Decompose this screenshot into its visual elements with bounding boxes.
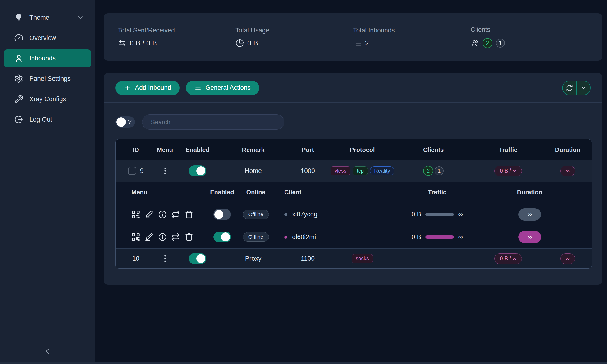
col-header-enabled: Enabled [174,139,221,160]
refresh-dropdown-button[interactable] [576,81,590,95]
stat-value: 0 B [247,39,258,47]
lightbulb-icon [14,13,23,22]
toggle-knob [196,254,205,263]
inbound-port: 1000 [285,160,330,182]
stat-label: Total Inbounds [353,27,471,34]
sidebar-item-overview[interactable]: Overview [4,29,91,47]
stat-total-sent-received: Total Sent/Received 0 B / 0 B [118,27,236,47]
sidebar: Theme Overview Inbounds Panel Settings X… [0,0,95,364]
sidebar-item-xray-configs[interactable]: Xray Configs [4,90,91,108]
stat-clients: Clients 2 1 [471,26,588,48]
inbound-port: 1100 [285,248,330,269]
client-enabled-toggle[interactable] [213,209,231,220]
search-input[interactable] [142,115,284,130]
sidebar-item-label: Inbounds [29,55,56,62]
client-name: ol60i2mi [292,234,316,241]
row-menu-button[interactable] [160,253,170,264]
sidebar-item-label: Log Out [29,116,52,123]
col-header-menu: Menu [156,139,174,160]
general-actions-button[interactable]: General Actions [186,80,259,95]
online-status-badge: Offline [243,210,269,219]
client-row-ol60i2mi: Offline ol60i2mi 0 B ∞ ∞ [129,226,592,248]
gauge-icon [14,33,23,42]
add-inbound-label: Add Inbound [135,84,171,91]
sidebar-item-label: Theme [29,14,49,21]
traffic-progress-bar [425,213,454,216]
edit-icon[interactable] [145,233,154,242]
sidebar-collapse-button[interactable] [40,344,54,358]
protocol-tag: Reality [370,166,394,175]
collapse-row-button[interactable] [128,167,136,175]
delete-icon[interactable] [185,210,194,219]
sidebar-item-label: Xray Configs [29,95,66,103]
stat-total-inbounds: Total Inbounds 2 [353,27,471,47]
subcol-header-enabled: Enabled [207,182,237,203]
add-inbound-button[interactable]: Add Inbound [116,80,180,95]
inbound-id: 10 [132,255,139,262]
table-header-row: ID Menu Enabled Remark Port Protocol Cli… [116,139,592,160]
stats-card: Total Sent/Received 0 B / 0 B Total Usag… [104,13,603,61]
sidebar-item-panel-settings[interactable]: Panel Settings [4,70,91,88]
qr-code-icon[interactable] [131,233,140,242]
chevron-left-icon [43,347,52,355]
toggle-knob [117,117,126,127]
delete-icon[interactable] [185,233,194,242]
stat-value: 2 [365,39,369,47]
stat-value: 0 B / 0 B [130,39,157,47]
info-icon[interactable] [158,233,167,242]
stat-label: Total Usage [236,27,353,34]
gear-icon [14,74,23,83]
toggle-knob [196,166,205,175]
refresh-button[interactable] [563,81,576,95]
sidebar-item-logout[interactable]: Log Out [4,110,91,129]
traffic-pill: 0 B / ∞ [494,166,522,176]
subcol-header-menu: Menu [129,182,207,203]
inbound-enabled-toggle[interactable] [189,165,206,176]
info-icon[interactable] [158,210,167,219]
traffic-progress-bar [425,235,454,239]
col-header-clients: Clients [394,139,473,160]
expanded-clients-section: Menu Enabled Online Client Traffic Durat… [116,182,592,248]
toggle-knob [214,210,223,219]
sidebar-item-theme[interactable]: Theme [4,9,91,26]
wrench-icon [14,94,23,104]
col-header-remark: Remark [221,139,285,160]
sidebar-item-label: Panel Settings [29,75,71,82]
online-status-badge: Offline [243,232,269,242]
transfer-arrows-icon [118,39,126,47]
table-row-inbound-9: 9 Home 1000 vless tcp Reality [116,160,592,182]
chevron-down-icon [77,14,84,21]
sidebar-item-inbounds[interactable]: Inbounds [4,49,91,67]
traffic-used: 0 B [412,211,421,218]
chevron-down-icon [580,84,587,91]
col-header-traffic: Traffic [473,139,544,160]
stat-label: Clients [471,26,588,33]
reset-traffic-icon[interactable] [171,210,180,219]
traffic-used: 0 B [412,234,421,241]
refresh-icon [566,84,573,91]
pie-chart-icon [236,39,244,47]
edit-icon[interactable] [145,210,154,219]
user-icon [14,54,23,63]
users-icon [471,39,479,47]
clients-inactive-badge: 1 [496,39,505,48]
inbound-enabled-toggle[interactable] [189,253,206,264]
menu-lines-icon [194,84,201,91]
subcol-header-client: Client [275,182,384,203]
qr-code-icon[interactable] [131,210,140,219]
duration-pill: ∞ [518,208,541,221]
general-actions-label: General Actions [205,84,251,91]
reset-traffic-icon[interactable] [171,233,180,242]
duration-pill: ∞ [560,253,575,264]
client-enabled-toggle[interactable] [213,232,231,242]
inbound-remark: Home [221,160,285,182]
filter-toggle[interactable] [116,116,135,128]
traffic-pill: 0 B / ∞ [494,253,522,264]
row-menu-button[interactable] [160,165,170,177]
duration-pill: ∞ [518,231,541,243]
toggle-knob [221,233,230,242]
stat-total-usage: Total Usage 0 B [236,27,353,47]
search-row [116,115,591,130]
protocol-tag: socks [352,254,373,263]
protocol-tag: vless [330,166,350,175]
